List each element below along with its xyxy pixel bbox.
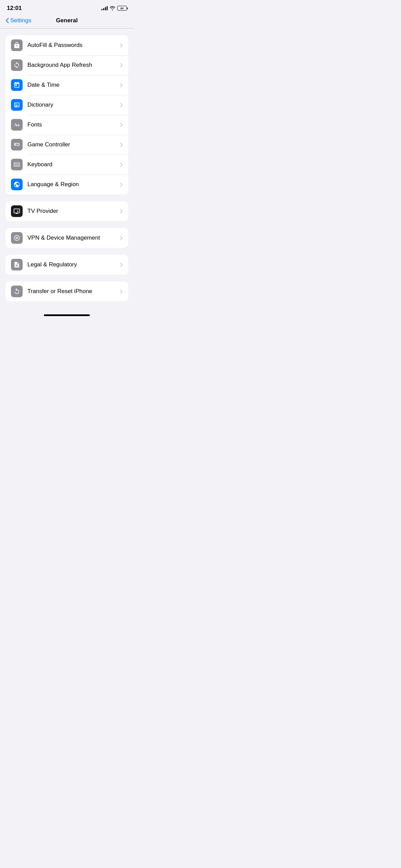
nav-bar: Settings General [0, 14, 134, 28]
transfer-reset-label: Transfer or Reset iPhone [27, 288, 120, 295]
chevron-icon [120, 209, 123, 214]
signal-icon [101, 6, 108, 10]
page-title: General [56, 17, 77, 24]
chevron-icon [120, 63, 123, 68]
settings-group-main: AutoFill & Passwords Background App Refr… [5, 35, 128, 194]
vpn-icon [11, 232, 23, 244]
chevron-icon [120, 182, 123, 187]
status-time: 12:01 [7, 5, 22, 12]
fonts-row[interactable]: Aa Fonts [5, 115, 128, 135]
tv-provider-icon [11, 205, 23, 217]
chevron-icon [120, 143, 123, 147]
keyboard-row[interactable]: Keyboard [5, 155, 128, 174]
chevron-icon [120, 103, 123, 107]
autofill-row[interactable]: AutoFill & Passwords [5, 35, 128, 55]
chevron-icon [120, 83, 123, 87]
vpn-label: VPN & Device Management [27, 234, 120, 241]
settings-group-vpn: VPN & Device Management [5, 228, 128, 248]
wifi-icon [110, 6, 115, 10]
settings-group-legal: Legal & Regulatory [5, 255, 128, 275]
transfer-reset-icon [11, 286, 23, 297]
back-button[interactable]: Settings [5, 17, 31, 24]
chevron-icon [120, 43, 123, 48]
chevron-icon [120, 236, 123, 240]
autofill-label: AutoFill & Passwords [27, 42, 120, 49]
chevron-icon [120, 263, 123, 267]
game-controller-label: Game Controller [27, 141, 120, 148]
language-region-label: Language & Region [27, 181, 120, 188]
transfer-reset-row[interactable]: Transfer or Reset iPhone [5, 281, 128, 301]
legal-label: Legal & Regulatory [27, 261, 120, 268]
dictionary-label: Dictionary [27, 101, 120, 108]
tv-provider-row[interactable]: TV Provider [5, 201, 128, 221]
battery-icon: 60 [117, 6, 127, 11]
date-time-row[interactable]: Date & Time [5, 75, 128, 95]
game-controller-row[interactable]: Game Controller [5, 135, 128, 155]
fonts-icon: Aa [11, 119, 23, 131]
date-time-label: Date & Time [27, 82, 120, 88]
status-bar: 12:01 60 [0, 0, 134, 14]
home-indicator [0, 312, 134, 320]
back-label: Settings [10, 17, 31, 24]
tv-provider-label: TV Provider [27, 208, 120, 215]
language-region-icon [11, 179, 23, 190]
background-refresh-label: Background App Refresh [27, 62, 120, 69]
chevron-icon [120, 289, 123, 294]
dictionary-row[interactable]: Dictionary [5, 95, 128, 115]
keyboard-label: Keyboard [27, 161, 120, 168]
chevron-icon [120, 162, 123, 167]
keyboard-icon [11, 159, 23, 170]
settings-group-reset: Transfer or Reset iPhone [5, 281, 128, 301]
date-time-icon [11, 79, 23, 91]
autofill-icon [11, 39, 23, 51]
fonts-label: Fonts [27, 121, 120, 128]
home-bar [44, 314, 90, 316]
status-icons: 60 [101, 6, 127, 11]
background-refresh-icon [11, 59, 23, 71]
settings-group-tv: TV Provider [5, 201, 128, 221]
chevron-icon [120, 123, 123, 127]
dictionary-icon [11, 99, 23, 111]
background-refresh-row[interactable]: Background App Refresh [5, 55, 128, 75]
legal-row[interactable]: Legal & Regulatory [5, 255, 128, 275]
language-region-row[interactable]: Language & Region [5, 174, 128, 194]
settings-content: AutoFill & Passwords Background App Refr… [0, 28, 134, 312]
game-controller-icon [11, 139, 23, 150]
vpn-row[interactable]: VPN & Device Management [5, 228, 128, 248]
legal-icon [11, 259, 23, 270]
